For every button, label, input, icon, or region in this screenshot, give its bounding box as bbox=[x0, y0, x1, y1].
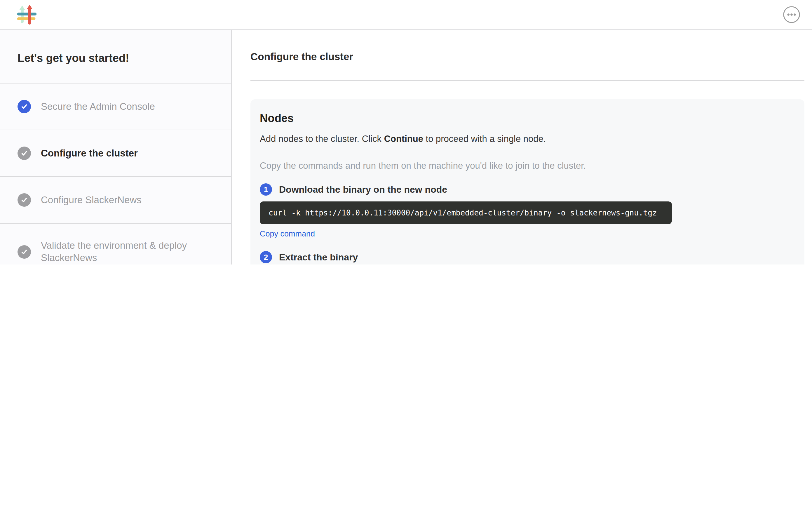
nodes-intro: Add nodes to the cluster. Click Continue… bbox=[260, 134, 795, 144]
step-heading: 2 Extract the binary bbox=[260, 251, 795, 263]
sidebar-heading: Let's get you started! bbox=[0, 30, 231, 84]
check-complete-icon bbox=[17, 100, 31, 113]
check-pending-icon bbox=[17, 146, 31, 160]
app-window: Let's get you started! Secure the Admin … bbox=[0, 0, 812, 264]
intro-text: to proceed with a single node. bbox=[423, 134, 546, 144]
intro-continue-emphasis: Continue bbox=[384, 134, 423, 144]
title-divider bbox=[250, 80, 804, 81]
setup-sidebar: Let's get you started! Secure the Admin … bbox=[0, 30, 232, 264]
step-title: Download the binary on the new node bbox=[279, 184, 447, 195]
slackernews-logo-icon bbox=[17, 5, 37, 25]
top-bar bbox=[0, 0, 812, 30]
sidebar-item-label: Validate the environment & deploy Slacke… bbox=[41, 239, 214, 264]
copy-command-link[interactable]: Copy command bbox=[260, 229, 315, 238]
content-row: Let's get you started! Secure the Admin … bbox=[0, 30, 812, 264]
check-pending-icon bbox=[17, 193, 31, 207]
nodes-card: Nodes Add nodes to the cluster. Click Co… bbox=[250, 99, 804, 264]
join-step-1: 1 Download the binary on the new node cu… bbox=[260, 183, 795, 239]
step-number-badge: 1 bbox=[260, 183, 272, 196]
sidebar-item-label: Configure the cluster bbox=[41, 147, 138, 159]
sidebar-item-configure-cluster[interactable]: Configure the cluster bbox=[0, 130, 231, 177]
sidebar-item-label: Secure the Admin Console bbox=[41, 100, 155, 113]
sidebar-item-validate-deploy[interactable]: Validate the environment & deploy Slacke… bbox=[0, 224, 231, 264]
page-title: Configure the cluster bbox=[250, 51, 804, 63]
step-title: Extract the binary bbox=[279, 252, 358, 262]
step-number-badge: 2 bbox=[260, 251, 272, 263]
main-panel: Configure the cluster Nodes Add nodes to… bbox=[232, 30, 812, 264]
join-hint-text: Copy the commands and run them on the ma… bbox=[260, 160, 795, 171]
sidebar-item-configure-slackernews[interactable]: Configure SlackerNews bbox=[0, 177, 231, 224]
sidebar-item-secure-admin-console[interactable]: Secure the Admin Console bbox=[0, 84, 231, 130]
command-code-block: curl -k https://10.0.0.11:30000/api/v1/e… bbox=[260, 201, 672, 224]
nodes-heading: Nodes bbox=[260, 112, 795, 125]
check-pending-icon bbox=[17, 245, 31, 258]
overflow-menu-button[interactable] bbox=[783, 6, 800, 23]
ellipsis-circle-icon bbox=[783, 6, 800, 23]
sidebar-item-label: Configure SlackerNews bbox=[41, 194, 142, 206]
intro-text: Add nodes to the cluster. Click bbox=[260, 134, 384, 144]
join-step-2: 2 Extract the binary tar -xvf slackernew… bbox=[260, 251, 795, 264]
step-heading: 1 Download the binary on the new node bbox=[260, 183, 795, 196]
